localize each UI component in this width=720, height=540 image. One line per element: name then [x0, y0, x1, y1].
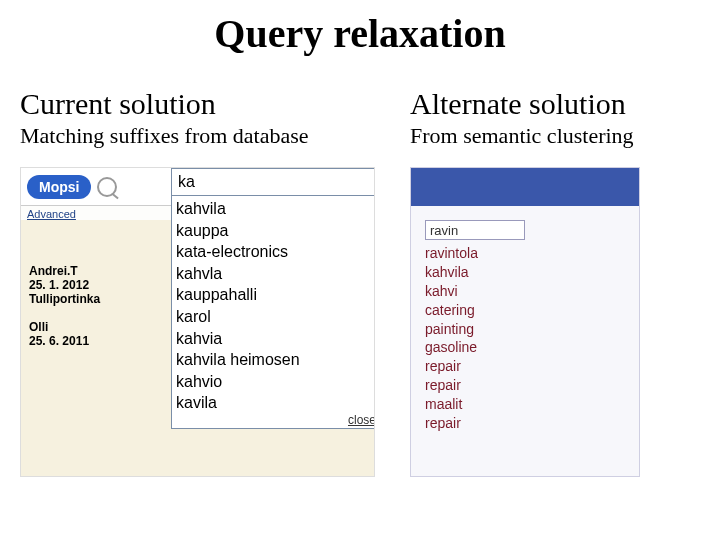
left-heading: Current solution — [20, 87, 400, 121]
cluster-item[interactable]: maalit — [425, 395, 639, 414]
suggestion-item[interactable]: kauppahalli — [176, 284, 375, 306]
search-input[interactable] — [171, 168, 375, 196]
left-subheading: Matching suffixes from database — [20, 123, 400, 149]
suggestion-item[interactable]: kahvila — [176, 198, 375, 220]
cluster-item[interactable]: catering — [425, 301, 639, 320]
right-heading: Alternate solution — [410, 87, 720, 121]
slide-title: Query relaxation — [0, 10, 720, 57]
search-icon[interactable] — [97, 177, 117, 197]
left-screenshot: Mopsi Advanced Top Andrei.T 25. 1. 2012 … — [20, 167, 375, 477]
columns: Current solution Matching suffixes from … — [0, 87, 720, 477]
suggestion-item[interactable]: kavila — [176, 392, 375, 414]
search-input[interactable] — [425, 220, 525, 240]
cluster-list: ravintola kahvila kahvi catering paintin… — [425, 244, 639, 433]
cluster-item[interactable]: repair — [425, 376, 639, 395]
suggestion-item[interactable]: kata-electronics — [176, 241, 375, 263]
right-subheading: From semantic clustering — [410, 123, 720, 149]
cluster-item[interactable]: gasoline — [425, 338, 639, 357]
right-column: Alternate solution From semantic cluster… — [400, 87, 720, 477]
close-link[interactable]: close — [348, 412, 375, 428]
cluster-item[interactable]: ravintola — [425, 244, 639, 263]
header-band — [411, 168, 639, 206]
cluster-item[interactable]: painting — [425, 320, 639, 339]
cluster-item[interactable]: repair — [425, 357, 639, 376]
suggestion-item[interactable]: kahvio — [176, 371, 375, 393]
left-column: Current solution Matching suffixes from … — [0, 87, 400, 477]
cluster-item[interactable]: kahvi — [425, 282, 639, 301]
cluster-item[interactable]: kahvila — [425, 263, 639, 282]
cluster-item[interactable]: repair — [425, 414, 639, 433]
right-screenshot: ravintola kahvila kahvi catering paintin… — [410, 167, 640, 477]
suggestion-item[interactable]: karol — [176, 306, 375, 328]
search-float: kahvila kauppa kata-electronics kahvla k… — [171, 168, 375, 429]
suggestion-item[interactable]: kahvia — [176, 328, 375, 350]
suggestion-item[interactable]: kahvla — [176, 263, 375, 285]
suggestion-item[interactable]: kahvila heimosen — [176, 349, 375, 371]
suggestion-item[interactable]: kauppa — [176, 220, 375, 242]
suggestion-dropdown: kahvila kauppa kata-electronics kahvla k… — [171, 196, 375, 429]
mopsi-logo: Mopsi — [27, 175, 91, 199]
